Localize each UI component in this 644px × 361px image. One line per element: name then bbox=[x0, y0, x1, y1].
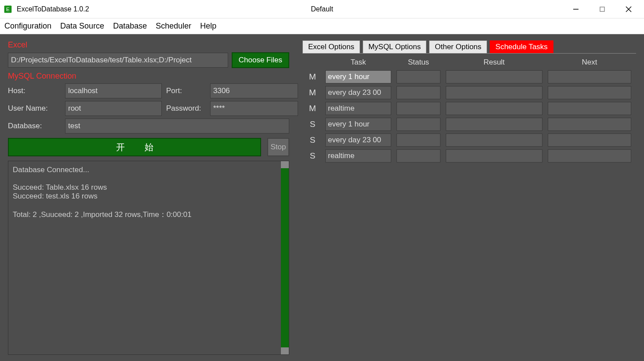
schedule-cell-next[interactable] bbox=[548, 118, 631, 131]
svg-text:E: E bbox=[6, 6, 10, 12]
username-label: User Name: bbox=[8, 104, 61, 113]
schedule-cell-next[interactable] bbox=[548, 86, 631, 99]
port-label: Port: bbox=[166, 87, 206, 95]
tab-mysql-options[interactable]: MySQL Options bbox=[363, 40, 426, 53]
username-input[interactable] bbox=[65, 101, 162, 116]
schedule-cell-status[interactable] bbox=[397, 149, 440, 162]
host-input[interactable] bbox=[65, 83, 162, 98]
schedule-cell-status[interactable] bbox=[397, 102, 440, 115]
schedule-cell-task[interactable] bbox=[325, 86, 391, 99]
app-title: ExcelToDatabase 1.0.2 bbox=[17, 5, 89, 13]
host-label: Host: bbox=[8, 87, 61, 95]
schedule-tab-body: Task Status Result Next MMMSSS bbox=[302, 53, 636, 168]
menubar: Configuration Data Source Database Sched… bbox=[0, 18, 644, 34]
scroll-down-icon[interactable] bbox=[281, 347, 289, 354]
tab-excel-options[interactable]: Excel Options bbox=[302, 40, 360, 53]
schedule-row-tag: M bbox=[305, 88, 320, 97]
stop-button[interactable]: Stop bbox=[267, 138, 289, 156]
password-input[interactable] bbox=[210, 101, 298, 116]
menu-scheduler[interactable]: Scheduler bbox=[156, 22, 191, 31]
start-button[interactable]: 开始 bbox=[8, 138, 261, 156]
file-path-input[interactable] bbox=[8, 53, 228, 68]
database-label: Database: bbox=[8, 122, 61, 130]
col-next: Next bbox=[548, 58, 631, 67]
scroll-up-icon[interactable] bbox=[281, 161, 289, 168]
schedule-cell-next[interactable] bbox=[548, 134, 631, 147]
minimize-button[interactable] bbox=[569, 3, 582, 16]
mysql-section-title: MySQL Connection bbox=[8, 72, 289, 81]
schedule-row-tag: M bbox=[305, 104, 320, 113]
maximize-button[interactable] bbox=[596, 3, 609, 16]
app-icon: E bbox=[4, 5, 12, 14]
right-panel: Excel Options MySQL Options Other Option… bbox=[302, 40, 636, 355]
tabbar: Excel Options MySQL Options Other Option… bbox=[302, 40, 636, 53]
schedule-cell-task[interactable] bbox=[325, 102, 391, 115]
schedule-cell-result[interactable] bbox=[446, 134, 542, 147]
schedule-row: S bbox=[305, 134, 633, 147]
menu-database[interactable]: Database bbox=[113, 22, 147, 31]
schedule-cell-result[interactable] bbox=[446, 102, 542, 115]
schedule-cell-next[interactable] bbox=[548, 102, 631, 115]
schedule-cell-task[interactable] bbox=[325, 149, 391, 162]
window-controls bbox=[569, 3, 640, 16]
schedule-cell-result[interactable] bbox=[446, 70, 542, 83]
password-label: Password: bbox=[166, 104, 206, 113]
database-input[interactable] bbox=[65, 119, 289, 134]
schedule-cell-next[interactable] bbox=[548, 149, 631, 162]
window-subtitle: Default bbox=[311, 5, 333, 13]
tab-other-options[interactable]: Other Options bbox=[429, 40, 487, 53]
close-button[interactable] bbox=[622, 3, 635, 16]
schedule-row: S bbox=[305, 149, 633, 162]
schedule-header: Task Status Result Next bbox=[305, 56, 633, 70]
schedule-cell-status[interactable] bbox=[397, 70, 440, 83]
log-output: Database Connected... Succeed: Table.xls… bbox=[8, 161, 281, 354]
schedule-cell-result[interactable] bbox=[446, 118, 542, 131]
excel-section-title: Excel bbox=[8, 40, 289, 50]
left-panel: Excel Choose Files MySQL Connection Host… bbox=[8, 40, 289, 355]
schedule-cell-status[interactable] bbox=[397, 118, 440, 131]
schedule-cell-result[interactable] bbox=[446, 149, 542, 162]
log-scrollbar[interactable] bbox=[281, 161, 289, 354]
schedule-row: M bbox=[305, 102, 633, 115]
port-input[interactable] bbox=[210, 83, 298, 98]
col-task: Task bbox=[325, 58, 391, 67]
schedule-row-tag: S bbox=[305, 119, 320, 129]
schedule-row: M bbox=[305, 70, 633, 83]
schedule-cell-task[interactable] bbox=[325, 118, 391, 131]
schedule-cell-next[interactable] bbox=[548, 70, 631, 83]
schedule-row: M bbox=[305, 86, 633, 99]
titlebar: E ExcelToDatabase 1.0.2 Default bbox=[0, 0, 644, 18]
schedule-cell-result[interactable] bbox=[446, 86, 542, 99]
workspace: Excel Choose Files MySQL Connection Host… bbox=[0, 34, 644, 361]
tab-schedule-tasks[interactable]: Schedule Tasks bbox=[490, 40, 553, 53]
log-area-wrap: Database Connected... Succeed: Table.xls… bbox=[8, 161, 289, 355]
col-result: Result bbox=[446, 58, 542, 67]
menu-configuration[interactable]: Configuration bbox=[4, 22, 51, 31]
schedule-row-tag: M bbox=[305, 72, 320, 82]
svg-rect-3 bbox=[600, 7, 604, 11]
choose-files-button[interactable]: Choose Files bbox=[232, 52, 289, 68]
col-status: Status bbox=[397, 58, 440, 67]
schedule-row: S bbox=[305, 118, 633, 131]
schedule-cell-status[interactable] bbox=[397, 86, 440, 99]
menu-help[interactable]: Help bbox=[200, 22, 216, 31]
schedule-row-tag: S bbox=[305, 151, 320, 161]
schedule-cell-task[interactable] bbox=[325, 70, 391, 83]
menu-data-source[interactable]: Data Source bbox=[60, 22, 104, 31]
schedule-cell-task[interactable] bbox=[325, 134, 391, 147]
schedule-row-tag: S bbox=[305, 135, 320, 145]
schedule-cell-status[interactable] bbox=[397, 134, 440, 147]
